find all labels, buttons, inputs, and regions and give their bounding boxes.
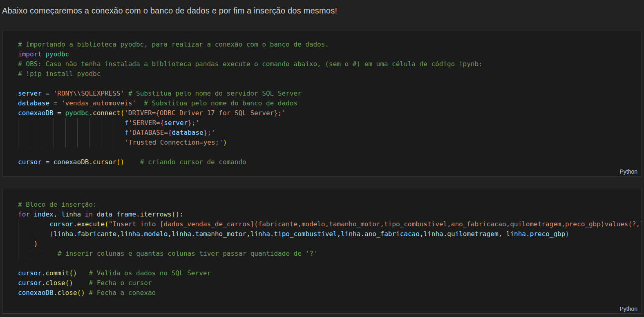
token-kw: in — [85, 210, 93, 218]
token-var: modelo — [144, 230, 168, 238]
indent-guide — [89, 118, 101, 128]
token-var: quilometragem — [447, 230, 498, 238]
token-var: database — [172, 129, 203, 136]
token-comment: # Valida os dados no SQL Server — [89, 269, 211, 277]
token-mod: pyodbc — [65, 109, 89, 117]
indent-guide — [77, 138, 89, 147]
token-pl — [124, 89, 128, 97]
token-op: . — [136, 210, 140, 218]
token-var: linha — [54, 230, 73, 238]
token-var: preco_gbp — [530, 230, 566, 238]
token-var: index — [34, 210, 54, 218]
code-area[interactable]: # Bloco de inserção:for index, linha in … — [2, 189, 642, 298]
token-op: . — [89, 158, 93, 166]
token-pl — [30, 240, 34, 248]
token-pl — [77, 269, 89, 277]
token-pl — [30, 220, 49, 228]
code-cell-2: # Bloco de inserção:for index, linha in … — [2, 189, 642, 314]
indent-guide — [30, 229, 42, 239]
token-fn: commit — [45, 269, 69, 277]
indent-guide — [42, 138, 54, 147]
code-line: conexaoDB = pyodbc.connect('DRIVER={ODBC… — [18, 108, 642, 118]
token-str: 'RONY\\SQLEXPRESS' — [54, 89, 124, 97]
code-line: conexaoDB.close() # Fecha a conexao — [18, 288, 642, 298]
token-str: ;' — [207, 129, 215, 136]
token-pl — [42, 230, 49, 238]
token-var: linha — [61, 210, 81, 218]
token-mod: pyodbc — [45, 50, 69, 58]
token-comment: # Fecha a conexao — [89, 289, 156, 297]
token-fn: cursor — [93, 158, 116, 166]
code-area[interactable]: # Importando a biblioteca pyodbc, para r… — [2, 31, 642, 167]
token-op: . — [42, 269, 46, 277]
token-str: 'DRIVER={ODBC Driver 17 for SQL Server};… — [124, 109, 286, 117]
indent-guide — [65, 138, 77, 147]
token-b2: ( — [49, 230, 54, 238]
token-f: f — [125, 129, 129, 136]
code-line: # Importando a biblioteca pyodbc, para r… — [18, 40, 642, 49]
indent-guide — [54, 138, 65, 147]
token-op: . — [140, 230, 144, 238]
token-comment: # Bloco de inserção: — [18, 201, 97, 208]
indent-guide — [42, 128, 54, 138]
indent-guide — [89, 128, 101, 138]
token-op: . — [526, 230, 530, 238]
token-var: linha — [424, 230, 443, 238]
token-b2: { — [160, 119, 164, 127]
token-str: 'Trusted_Connection=yes;' — [125, 138, 223, 146]
indent-guide — [18, 138, 30, 147]
token-var: linha — [250, 230, 270, 238]
token-pl — [42, 50, 46, 58]
indent-guide — [18, 219, 30, 229]
token-fn: connect — [93, 109, 120, 117]
indent-guide — [30, 138, 42, 147]
token-var: server — [18, 89, 42, 97]
indent-guide — [18, 229, 30, 239]
indent-guide — [30, 128, 42, 138]
token-op: . — [360, 230, 364, 238]
code-line — [18, 147, 642, 157]
code-line: database = 'vendas_automoveis' # Substit… — [18, 98, 642, 108]
code-line: # Bloco de inserção: — [18, 200, 642, 210]
token-op: . — [73, 230, 77, 238]
token-var: server — [164, 119, 188, 127]
token-b1: () — [116, 158, 124, 166]
token-op: , — [246, 230, 250, 238]
token-b1: () — [172, 210, 179, 218]
indent-guide — [101, 138, 113, 147]
token-b1: () — [65, 279, 73, 287]
code-line — [18, 259, 642, 268]
token-var: conexaoDB — [18, 109, 54, 117]
token-op: = — [42, 89, 54, 97]
indent-guide — [30, 249, 42, 259]
token-pl — [30, 210, 34, 218]
indent-guide — [77, 128, 89, 138]
cell-language-label[interactable]: Python — [619, 306, 637, 312]
cell-language-label[interactable]: Python — [619, 168, 637, 175]
token-str: 'vendas_automoveis' — [61, 99, 136, 107]
token-str: "Insert into [dados_vendas_de_carros](fa… — [109, 220, 642, 228]
token-var: linha — [172, 230, 191, 238]
token-var: cursor — [18, 279, 42, 287]
token-var: tamanho_motor — [195, 230, 246, 238]
token-pl — [136, 99, 144, 107]
code-line: (linha.fabricante,linha.modelo,linha.tam… — [18, 229, 642, 239]
indent-guide — [113, 138, 125, 147]
token-op: . — [89, 109, 93, 117]
markdown-cell-text: Abaixo começaremos a conexão com o banco… — [0, 0, 644, 16]
code-line: # inserir colunas e quantas colunas tive… — [18, 249, 642, 259]
token-op: = — [54, 109, 65, 117]
token-pl — [93, 210, 97, 218]
indent-guide — [77, 118, 89, 128]
token-comment: # Substitua pelo nome do banco de dados — [144, 99, 297, 107]
token-b1: () — [69, 269, 77, 277]
token-op: , — [54, 210, 58, 218]
token-var: linha — [341, 230, 360, 238]
token-op: . — [270, 230, 274, 238]
token-var: ano_fabricacao — [364, 230, 420, 238]
indent-guide — [113, 128, 125, 138]
token-str: 'DATABASE= — [129, 129, 168, 136]
token-str: ;' — [192, 119, 199, 127]
token-fn: iterrows — [140, 210, 172, 218]
token-comment: # criando cursor de comando — [140, 158, 246, 166]
